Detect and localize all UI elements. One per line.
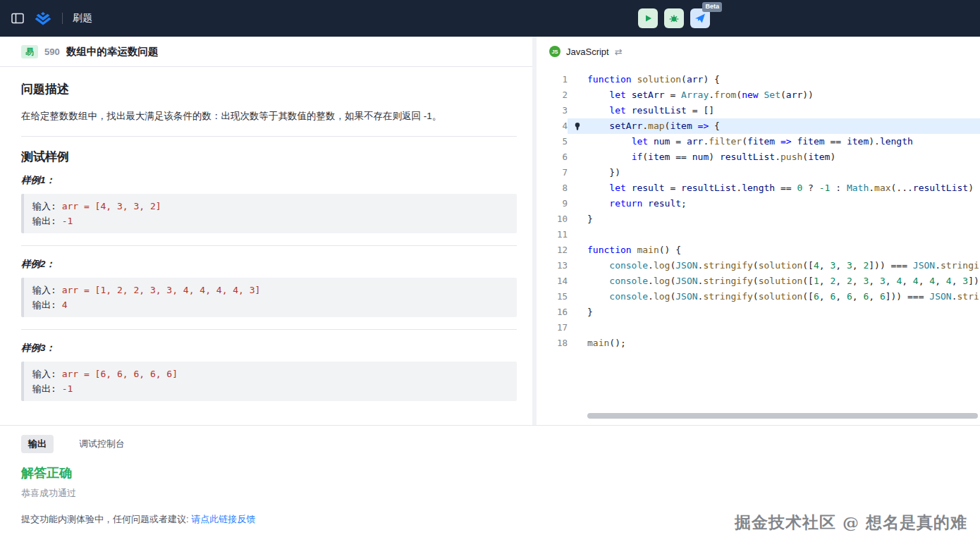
line-number[interactable]: 17: [537, 320, 568, 335]
topbar-divider: [62, 13, 63, 24]
gutter-marker: [568, 227, 587, 242]
code-line-17[interactable]: 17: [537, 320, 980, 335]
gutter-marker: [568, 149, 587, 165]
gutter-marker: [568, 72, 587, 87]
line-number[interactable]: 12: [537, 242, 568, 258]
gutter-marker: [568, 180, 587, 196]
code-line-2[interactable]: 2 let setArr = Array.from(new Set(arr)): [537, 87, 980, 103]
gutter-marker: [568, 103, 587, 118]
code-line-9[interactable]: 9 return result;: [537, 196, 980, 211]
problem-panel: 易 590 数组中的幸运数问题 问题描述 在给定整数数组中，找出最大满足该条件的…: [0, 37, 532, 425]
gutter-marker: [568, 304, 587, 320]
topbar: 刷题 Beta: [0, 0, 980, 37]
console-tabs: 输出 调试控制台: [21, 435, 959, 453]
javascript-language-icon: JS: [549, 46, 561, 57]
line-number[interactable]: 18: [537, 335, 568, 351]
result-title: 解答正确: [21, 464, 959, 481]
result-subtitle: 恭喜成功通过: [21, 487, 959, 500]
submit-button[interactable]: Beta: [690, 8, 710, 28]
section-divider: [21, 136, 517, 137]
code-line-3[interactable]: 3 let resultList = []: [537, 103, 980, 118]
tab-debug-console[interactable]: 调试控制台: [72, 435, 132, 453]
feedback-row: 提交功能内测体验中，任何问题或者建议: 请点此链接反馈: [21, 513, 959, 526]
run-button[interactable]: [638, 8, 658, 28]
code-line-4[interactable]: 4 setArr.map(item => {: [537, 118, 980, 134]
language-selector[interactable]: JavaScript: [566, 47, 609, 57]
gutter-marker: [568, 242, 587, 258]
code-line-18[interactable]: 18main();: [537, 335, 980, 351]
code-line-1[interactable]: 1function solution(arr) {: [537, 72, 980, 87]
gutter-marker: [568, 320, 587, 335]
line-number[interactable]: 15: [537, 289, 568, 304]
gutter-marker: [568, 289, 587, 304]
code-line-16[interactable]: 16}: [537, 304, 980, 320]
editor-panel: JS JavaScript ⇄ 1function solution(arr) …: [537, 37, 980, 425]
gutter-marker: [568, 258, 587, 273]
paper-plane-icon: [694, 13, 706, 24]
sample-label: 样例2：: [21, 258, 517, 271]
line-number[interactable]: 16: [537, 304, 568, 320]
tab-output[interactable]: 输出: [21, 435, 54, 453]
play-icon: [642, 13, 654, 24]
code-line-11[interactable]: 11: [537, 227, 980, 242]
section-divider: [21, 245, 517, 246]
editor-header: JS JavaScript ⇄: [537, 37, 980, 66]
sample-3: 样例3：输入: arr = [6, 6, 6, 6, 6]输出: -1: [21, 342, 517, 401]
line-number[interactable]: 13: [537, 258, 568, 273]
line-number[interactable]: 3: [537, 103, 568, 118]
sample-2: 样例2：输入: arr = [1, 2, 2, 3, 3, 4, 4, 4, 4…: [21, 258, 517, 317]
console-panel: 输出 调试控制台 解答正确 恭喜成功通过 提交功能内测体验中，任何问题或者建议:…: [0, 425, 980, 542]
line-number[interactable]: 5: [537, 134, 568, 149]
line-number[interactable]: 10: [537, 211, 568, 227]
debug-button[interactable]: [664, 8, 684, 28]
sidebar-toggle-icon[interactable]: [11, 13, 24, 24]
code-line-12[interactable]: 12function main() {: [537, 242, 980, 258]
line-number[interactable]: 7: [537, 165, 568, 180]
app-name: 刷题: [73, 12, 92, 25]
debug-pointer-icon: [574, 123, 581, 130]
main-split: 易 590 数组中的幸运数问题 问题描述 在给定整数数组中，找出最大满足该条件的…: [0, 37, 980, 425]
bug-icon: [668, 13, 680, 24]
line-number[interactable]: 8: [537, 180, 568, 196]
horizontal-scrollbar-thumb[interactable]: [587, 413, 978, 419]
line-number[interactable]: 4: [537, 118, 568, 134]
gutter-marker: [568, 273, 587, 289]
line-number[interactable]: 11: [537, 227, 568, 242]
line-number[interactable]: 9: [537, 196, 568, 211]
gutter-marker: [568, 134, 587, 149]
line-number[interactable]: 2: [537, 87, 568, 103]
sample-block: 输入: arr = [4, 3, 3, 2]输出: -1: [21, 194, 517, 233]
sample-block: 输入: arr = [1, 2, 2, 3, 3, 4, 4, 4, 4, 3]…: [21, 278, 517, 317]
code-line-14[interactable]: 14 console.log(JSON.stringify(solution([…: [537, 273, 980, 289]
code-line-5[interactable]: 5 let num = arr.filter(fitem => fitem ==…: [537, 134, 980, 149]
problem-description: 在给定整数数组中，找出最大满足该条件的数：出现次数等于其数值的整数，如果不存在则…: [21, 109, 517, 124]
samples-heading: 测试样例: [21, 149, 517, 165]
gutter-marker: [568, 87, 587, 103]
code-line-13[interactable]: 13 console.log(JSON.stringify(solution([…: [537, 258, 980, 273]
beta-badge: Beta: [702, 2, 722, 12]
feedback-link[interactable]: 请点此链接反馈: [191, 514, 255, 524]
code-editor[interactable]: 1function solution(arr) {2 let setArr = …: [537, 66, 980, 425]
code-line-7[interactable]: 7 }): [537, 165, 980, 180]
line-number[interactable]: 6: [537, 149, 568, 165]
gutter-marker: [568, 211, 587, 227]
problem-id: 590: [44, 47, 60, 57]
gutter-marker: [568, 335, 587, 351]
gutter-marker: [568, 165, 587, 180]
code-line-6[interactable]: 6 if(item == num) resultList.push(item): [537, 149, 980, 165]
line-number[interactable]: 1: [537, 72, 568, 87]
code-line-10[interactable]: 10}: [537, 211, 980, 227]
feedback-text: 提交功能内测体验中，任何问题或者建议:: [21, 514, 191, 524]
language-swap-icon[interactable]: ⇄: [615, 47, 623, 57]
code-line-8[interactable]: 8 let result = resultList.length == 0 ? …: [537, 180, 980, 196]
samples: 样例1：输入: arr = [4, 3, 3, 2]输出: -1样例2：输入: …: [21, 174, 517, 401]
description-heading: 问题描述: [21, 81, 517, 97]
sample-block: 输入: arr = [6, 6, 6, 6, 6]输出: -1: [21, 362, 517, 401]
problem-header: 易 590 数组中的幸运数问题: [0, 37, 532, 67]
code-lines: 1function solution(arr) {2 let setArr = …: [537, 72, 980, 351]
code-line-15[interactable]: 15 console.log(JSON.stringify(solution([…: [537, 289, 980, 304]
juejin-logo-icon[interactable]: [34, 11, 52, 25]
section-divider: [21, 329, 517, 330]
line-number[interactable]: 14: [537, 273, 568, 289]
sample-label: 样例1：: [21, 174, 517, 187]
